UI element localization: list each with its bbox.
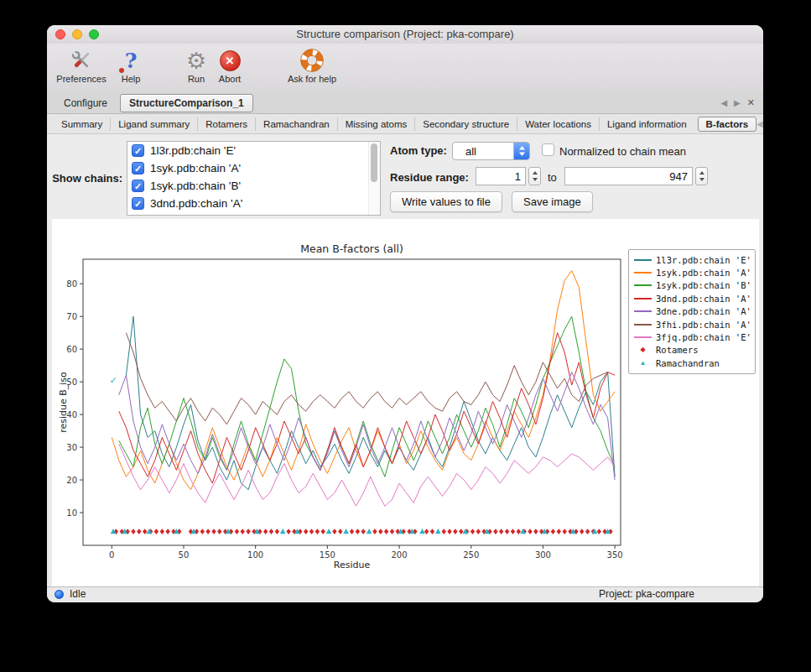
residue-to-stepper[interactable] [695,167,708,185]
residue-from-stepper[interactable] [528,167,541,185]
legend-entry: 3dne.pdb:chain 'A' [629,305,755,318]
stepper-up-icon[interactable] [699,171,704,175]
save-image-button[interactable]: Save image [512,191,593,212]
legend-line-swatch [634,324,652,326]
chain-list-item[interactable]: ✓1l3r.pdb:chain 'E' [127,142,380,159]
chain-label: 1syk.pdb:chain 'A' [150,162,241,175]
status-bar: Idle Project: pka-compare [47,586,763,602]
svg-text:70: 70 [66,312,77,321]
subtab-summary[interactable]: Summary [54,117,110,131]
chain-label: 3dnd.pdb:chain 'A' [150,197,242,210]
to-label: to [548,171,557,184]
app-window: Structure comparison (Project: pka-compa… [47,25,763,602]
sub-tab-bar: SummaryLigand summaryRotamersRamachandra… [47,114,763,134]
legend-entry: ◆Rotamers [629,344,755,357]
residue-to-input[interactable] [564,167,693,185]
subtab-ligand-summary[interactable]: Ligand summary [110,117,197,131]
subtab-secondary-structure[interactable]: Secondary structure [414,117,517,131]
dropdown-arrows-icon[interactable] [513,143,529,159]
project-name: Project: pka-compare [599,588,694,600]
legend-line-swatch [634,310,652,312]
titlebar[interactable]: Structure comparison (Project: pka-compa… [47,25,763,44]
normalized-label: Normalized to chain mean [559,145,686,158]
atom-type-dropdown[interactable]: all [452,142,530,160]
legend-entry: 1l3r.pdb:chain 'E' [629,253,755,266]
legend-label: 3dnd.pdb:chain 'A' [656,294,751,304]
checked-checkbox-icon[interactable]: ✓ [132,144,144,157]
svg-text:80: 80 [66,279,77,289]
legend-line-swatch [634,336,652,338]
sub-tab-nav: ◀ ▶ [756,119,763,128]
legend-line-swatch [634,272,652,273]
subtab-b-factors[interactable]: B-factors [698,117,756,132]
subtab-ramachandran[interactable]: Ramachandran [255,117,337,131]
abort-icon: ✕ [213,47,247,74]
close-window-button[interactable] [55,29,65,39]
triangle-marker-icon: ▲ [634,360,652,367]
tools-icon [54,47,109,74]
subtab-missing-atoms[interactable]: Missing atoms [337,117,415,131]
prev-tab-icon[interactable]: ◀ [720,98,727,107]
controls-panel: Show chains: ✓1l3r.pdb:chain 'E'✓1syk.pd… [47,134,763,219]
life-ring-icon [280,47,344,74]
toolbar-item-ask-for-help[interactable]: Ask for help [280,47,344,84]
svg-text:300: 300 [535,550,551,560]
legend-label: Rotamers [656,345,699,355]
run-gear-icon: ⚙ [181,47,211,74]
legend-entry: 1syk.pdb:chain 'A' [629,266,755,279]
toolbar-item-label: Run [181,74,211,84]
svg-text:0: 0 [109,550,114,560]
chain-list-item[interactable]: ✓1syk.pdb:chain 'A' [127,159,380,177]
main-tab-bar: ConfigureStructureComparison_1 ◀ ▶ ✕ [47,92,763,114]
legend-line-swatch [634,298,652,300]
toolbar-item-label: Abort [213,74,247,84]
subtab-ligand-information[interactable]: Ligand information [599,117,694,131]
window-title: Structure comparison (Project: pka-compa… [47,25,763,44]
legend-label: 1syk.pdb:chain 'A' [656,268,751,278]
show-chains-label: Show chains: [47,172,122,185]
subtab-rotamers[interactable]: Rotamers [197,117,255,131]
residue-range-label: Residue range: [390,171,469,184]
stepper-up-icon[interactable] [533,171,538,175]
legend-line-swatch [634,259,652,261]
next-tab-icon[interactable]: ▶ [734,98,741,107]
chain-list-item[interactable]: ✓1syk.pdb:chain 'B' [127,177,380,195]
toolbar-item-preferences[interactable]: Preferences [54,47,109,84]
legend-label: 3fjq.pdb:chain 'E' [656,332,751,342]
status-dot-icon [55,590,64,599]
residue-from-input[interactable] [476,167,526,185]
checked-checkbox-icon[interactable]: ✓ [132,180,144,192]
tab-structurecomparison-1[interactable]: StructureComparison_1 [120,94,253,112]
stepper-down-icon[interactable] [699,178,704,181]
checked-checkbox-icon[interactable]: ✓ [132,197,144,210]
chain-list-scrollbar[interactable] [368,142,380,215]
scrollbar-thumb[interactable] [371,143,377,182]
write-values-button[interactable]: Write values to file [390,191,502,212]
svg-text:350: 350 [607,550,623,560]
prev-subtab-icon[interactable]: ◀ [756,119,763,128]
chart-title: Mean B-factors (all) [83,242,621,255]
svg-text:100: 100 [247,550,263,560]
toolbar-item-help[interactable]: ?Help [116,47,146,84]
checked-checkbox-icon[interactable]: ✓ [132,162,144,175]
close-tab-icon[interactable]: ✕ [747,97,755,108]
toolbar-item-label: Ask for help [280,74,344,84]
legend-entry: 3dnd.pdb:chain 'A' [629,292,755,305]
zoom-window-button[interactable] [89,29,99,39]
stepper-down-icon[interactable] [533,178,538,181]
subtab-water-locations[interactable]: Water locations [517,117,599,131]
chain-list-item[interactable]: ✓3dnd.pdb:chain 'A' [127,195,380,212]
chart-area: 1020304050607080050100150200250300350✓ M… [52,219,759,586]
desktop-background: Structure comparison (Project: pka-compa… [0,0,811,672]
toolbar-item-run[interactable]: ⚙Run [181,47,211,84]
atom-type-label: Atom type: [390,144,447,157]
chain-listbox[interactable]: ✓1l3r.pdb:chain 'E'✓1syk.pdb:chain 'A'✓1… [127,141,381,216]
legend-entry: ▲Ramachandran [629,357,755,369]
legend-entry: 3fhi.pdb:chain 'A' [629,318,755,331]
toolbar-item-abort[interactable]: ✕Abort [213,47,247,84]
toolbar-item-label: Help [116,74,146,84]
help-icon: ? [116,47,146,74]
tab-configure[interactable]: Configure [55,95,116,112]
minimize-window-button[interactable] [72,29,82,39]
normalized-checkbox[interactable] [542,143,554,156]
